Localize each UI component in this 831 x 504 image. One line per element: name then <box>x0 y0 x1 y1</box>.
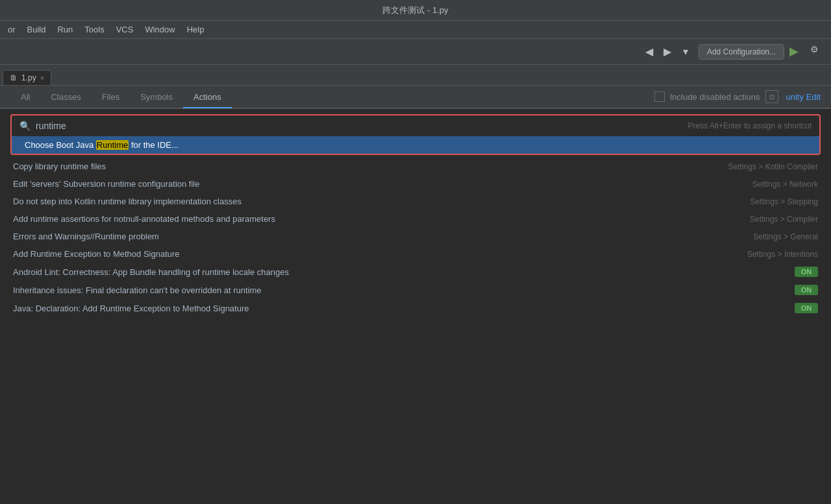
unity-edit-label: unity Edit <box>778 92 821 102</box>
tab-files[interactable]: Files <box>92 87 130 107</box>
toolbar: ◀ ▶ ▾ Add Configuration... ▶ ⚙ <box>0 39 831 65</box>
result-item-9[interactable]: Java: Declaration: Add Runtime Exception… <box>0 299 831 317</box>
settings-button[interactable]: ⚙ <box>810 44 826 60</box>
include-disabled-label: Include disabled actions <box>670 92 760 102</box>
result-path-6: Settings > Intentions <box>747 250 818 259</box>
result-path-2: Settings > Network <box>752 180 818 189</box>
search-icon: 🔍 <box>19 121 31 131</box>
result-text-1: Copy library runtime files <box>13 162 728 171</box>
file-tab-name: 1.py <box>21 73 36 82</box>
tab-all[interactable]: All <box>10 87 40 107</box>
window-mode-button[interactable]: ⊡ <box>765 90 778 103</box>
result-text-8: Inheritance issues: Final declaration ca… <box>13 285 795 295</box>
search-dialog: All Classes Files Symbols Actions Includ… <box>0 86 831 504</box>
result-path-3: Settings > Stepping <box>750 197 818 206</box>
menu-vcs[interactable]: VCS <box>111 23 139 36</box>
nav-forward-button[interactable]: ▶ <box>660 44 675 60</box>
result-text-3: Do not step into Kotlin runtime library … <box>13 197 750 206</box>
result-item-5[interactable]: Errors and Warnings//Runtime problem Set… <box>0 228 831 245</box>
main-area: All Classes Files Symbols Actions Includ… <box>0 86 831 504</box>
result-item-3[interactable]: Do not step into Kotlin runtime library … <box>0 193 831 210</box>
shortcut-hint: Press Alt+Enter to assign a shortcut <box>688 121 812 130</box>
nav-back-button[interactable]: ◀ <box>641 44 657 60</box>
search-tabs-row: All Classes Files Symbols Actions Includ… <box>0 86 831 109</box>
menu-build[interactable]: Build <box>22 23 51 36</box>
results-list: Copy library runtime files Settings > Ko… <box>0 155 831 320</box>
result-path-5: Settings > General <box>753 232 818 241</box>
result-item-2[interactable]: Edit 'servers' Subversion runtime config… <box>0 175 831 193</box>
result-text-2: Edit 'servers' Subversion runtime config… <box>13 179 752 189</box>
tab-actions[interactable]: Actions <box>183 87 232 107</box>
titlebar-title: 跨文件测试 - 1.py <box>5 5 826 16</box>
highlight-runtime-0: Runtime <box>96 140 129 150</box>
run-button[interactable]: ▶ <box>789 44 805 60</box>
include-disabled-checkbox[interactable] <box>654 91 665 102</box>
result-item-0[interactable]: Choose Boot Java Runtime for the IDE... <box>12 136 819 154</box>
tab-classes[interactable]: Classes <box>40 87 91 107</box>
menu-or[interactable]: or <box>3 23 21 36</box>
menu-help[interactable]: Help <box>182 23 210 36</box>
result-text-5: Errors and Warnings//Runtime problem <box>13 232 753 241</box>
include-disabled-row: Include disabled actions ⊡ <box>654 90 778 103</box>
menu-tools[interactable]: Tools <box>79 23 109 36</box>
menu-window[interactable]: Window <box>140 23 180 36</box>
result-item-1[interactable]: Copy library runtime files Settings > Ko… <box>0 158 831 175</box>
result-item-6[interactable]: Add Runtime Exception to Method Signatur… <box>0 245 831 263</box>
search-input-row: 🔍 Press Alt+Enter to assign a shortcut <box>12 115 819 136</box>
file-tab-close-icon[interactable]: × <box>40 74 44 82</box>
on-badge-7: ON <box>795 267 818 277</box>
search-highlighted-section: 🔍 Press Alt+Enter to assign a shortcut C… <box>10 114 821 155</box>
result-item-7[interactable]: Android Lint: Correctness: App Bundle ha… <box>0 263 831 281</box>
result-path-4: Settings > Compiler <box>750 215 818 224</box>
file-tab-icon: 🗎 <box>10 73 18 82</box>
menu-run[interactable]: Run <box>52 23 78 36</box>
toolbar-nav: ◀ ▶ ▾ <box>641 44 693 60</box>
result-item-8[interactable]: Inheritance issues: Final declaration ca… <box>0 281 831 299</box>
search-input[interactable] <box>36 121 362 131</box>
file-tab-1py[interactable]: 🗎 1.py × <box>3 70 51 85</box>
result-text-4: Add runtime assertions for notnull-annot… <box>13 214 750 224</box>
add-configuration-button[interactable]: Add Configuration... <box>699 44 784 60</box>
result-text-7: Android Lint: Correctness: App Bundle ha… <box>13 267 795 277</box>
on-badge-9: ON <box>795 303 818 313</box>
titlebar: 跨文件测试 - 1.py <box>0 0 831 21</box>
on-badge-8: ON <box>795 285 818 295</box>
nav-dropdown-button[interactable]: ▾ <box>678 44 693 60</box>
result-path-1: Settings > Kotlin Compiler <box>728 162 818 171</box>
tab-symbols[interactable]: Symbols <box>130 87 183 107</box>
result-text-9: Java: Declaration: Add Runtime Exception… <box>13 304 795 313</box>
result-text-0: Choose Boot Java Runtime for the IDE... <box>25 140 806 150</box>
menubar: or Build Run Tools VCS Window Help <box>0 21 831 39</box>
tab-area: 🗎 1.py × <box>0 65 831 86</box>
result-item-4[interactable]: Add runtime assertions for notnull-annot… <box>0 210 831 228</box>
result-text-6: Add Runtime Exception to Method Signatur… <box>13 249 747 259</box>
